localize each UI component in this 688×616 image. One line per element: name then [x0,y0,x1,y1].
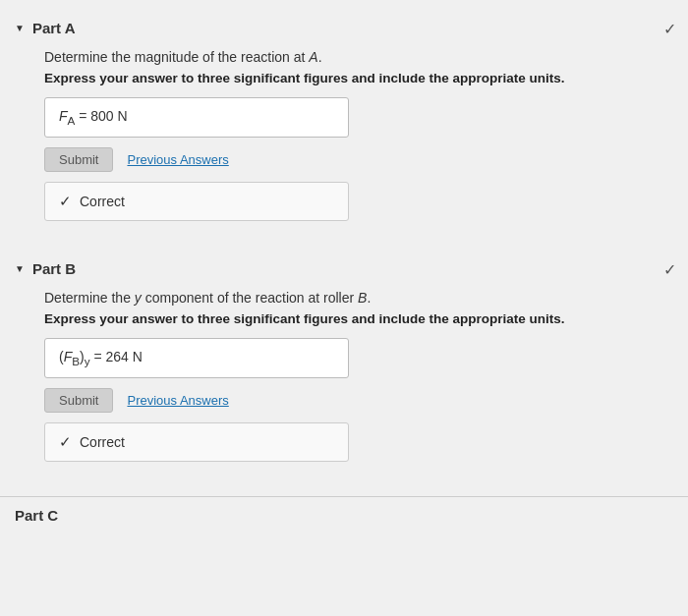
part-b-submit-button[interactable]: Submit [44,388,113,413]
part-b-header[interactable]: ▼ Part B [0,251,688,285]
part-c-label: Part C [15,507,58,524]
part-a-instruction: Express your answer to three significant… [44,71,644,85]
part-a-correct-label: Correct [80,194,125,209]
part-a-prev-answers-link[interactable]: Previous Answers [127,152,228,167]
part-b-corner-check: ✓ [663,260,676,279]
part-b-correct-label: Correct [80,434,125,450]
part-b-instruction: Express your answer to three significant… [44,311,644,326]
part-b-variable-b: B [358,290,367,306]
part-b-prev-answers-link[interactable]: Previous Answers [127,393,228,408]
part-a-header[interactable]: ▼ Part A [0,10,688,44]
part-a-section: ▼ Part A ✓ Determine the magnitude of th… [0,10,688,241]
part-b-label: Part B [32,260,76,277]
part-a-variable: A [309,49,317,65]
chevron-down-icon-b: ▼ [15,263,25,274]
part-a-correct-box: ✓ Correct [44,182,349,221]
part-a-correct-check-icon: ✓ [59,193,72,210]
part-a-submit-button[interactable]: Submit [44,147,113,172]
part-a-question: Determine the magnitude of the reaction … [44,49,644,65]
part-c-header[interactable]: Part C [0,497,688,532]
part-b-answer-text: (FB)y = 264 N [59,349,143,364]
part-b-content: Determine the y component of the reactio… [0,285,688,481]
part-b-section: ▼ Part B ✓ Determine the y component of … [0,251,688,486]
part-a-label: Part A [32,20,76,36]
part-a-action-row: Submit Previous Answers [44,147,644,172]
page-container: ▼ Part A ✓ Determine the magnitude of th… [0,0,688,551]
part-b-answer-box: (FB)y = 264 N [44,338,349,378]
part-a-content: Determine the magnitude of the reaction … [0,44,688,241]
part-b-action-row: Submit Previous Answers [44,388,644,413]
part-a-answer-text: FA = 800 N [59,108,128,124]
part-b-variable-y: y [135,290,142,306]
part-a-answer-box: FA = 800 N [44,97,349,138]
part-b-correct-check-icon: ✓ [59,433,72,451]
chevron-down-icon: ▼ [15,23,25,33]
part-a-corner-check: ✓ [663,20,676,38]
part-b-correct-box: ✓ Correct [44,422,349,462]
part-c-section: Part C [0,497,688,532]
part-b-question: Determine the y component of the reactio… [44,290,644,306]
